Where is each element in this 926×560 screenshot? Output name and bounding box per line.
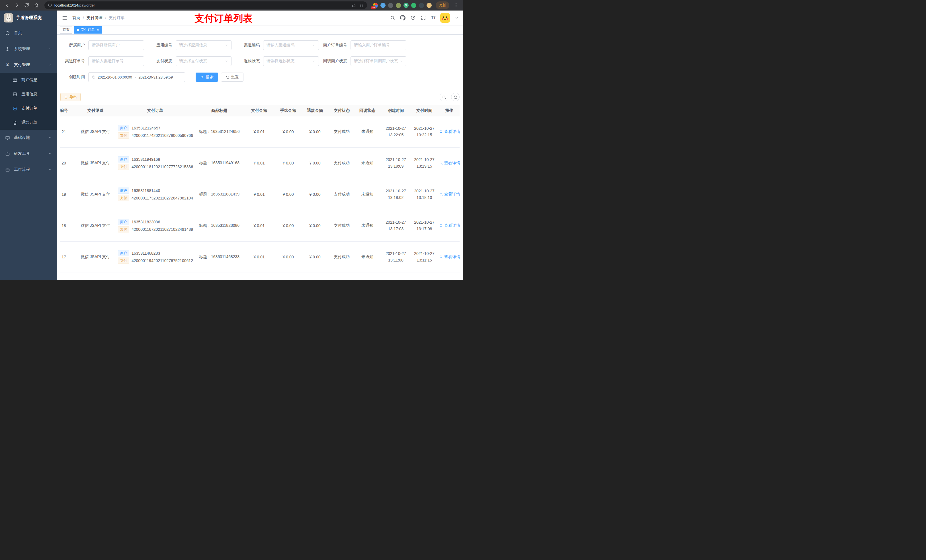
help-button[interactable] (410, 15, 416, 21)
fullscreen-button[interactable] (421, 15, 426, 21)
sidebar-item-label: 应用信息 (21, 92, 37, 97)
pay-tag: 支付 (118, 132, 129, 139)
pay-tag: 支付 (118, 164, 129, 170)
filter-field-channel-order-no: 渠道订单号请输入渠道订单号 (61, 56, 144, 66)
app-no-select[interactable]: 请选择应用信息 (176, 41, 232, 50)
share-icon[interactable] (352, 3, 356, 8)
apps-extension-icon[interactable]: 10 (373, 3, 378, 8)
user-avatar[interactable] (440, 13, 450, 23)
chevup-icon (48, 63, 52, 66)
home-button[interactable] (32, 1, 41, 10)
search-icon (442, 95, 446, 99)
channel-code-select[interactable]: 请输入渠道编码 (263, 41, 319, 50)
drop-extension-icon[interactable] (380, 3, 386, 8)
channel-order-no-input[interactable]: 请输入渠道订单号 (88, 56, 144, 66)
sidebar-item-pay-order[interactable]: 支付订单 (0, 101, 57, 116)
fee-cell (276, 273, 300, 280)
sidebar-item-label: 退款订单 (21, 120, 37, 125)
app-title: 芋道管理系统 (16, 15, 42, 21)
chat-extension-icon[interactable] (411, 3, 416, 8)
breadcrumb-pay-manage[interactable]: 支付管理 (86, 15, 103, 21)
chevron-down-icon (312, 59, 316, 63)
chevron-down-icon (399, 59, 403, 63)
merchant-tag: 商户 (118, 187, 129, 194)
sidebar-item-workflow[interactable]: 工作流程 (0, 162, 57, 178)
filter-row: 创建时间2021-10-01 00:00:00-2021-10-31 23:59… (61, 72, 460, 82)
pay-tag: 支付 (118, 226, 129, 232)
placeholder-text: 请输入商户订单编号 (354, 43, 390, 48)
globe-extension-icon[interactable] (388, 3, 393, 8)
update-button[interactable]: 更新 (436, 2, 449, 9)
logo-avatar (4, 14, 13, 23)
back-button[interactable] (3, 1, 11, 10)
action-cell: 查看详情 (438, 116, 460, 147)
tab-close-icon[interactable]: × (97, 28, 99, 32)
channel-order-no: 4200001181202110277723215336 (132, 165, 193, 169)
pay-time-cell: 2021-10-2713:11:15 (411, 241, 438, 273)
pay-status-select[interactable]: 请选择支付状态 (176, 56, 232, 66)
create-time-cell: 2021-10-2713:11:08 (381, 241, 411, 273)
olive-extension-icon[interactable] (396, 3, 401, 8)
order-id-cell: 20 (61, 147, 77, 179)
export-button[interactable]: 导出 (61, 93, 80, 101)
url-text: localhost:1024/pay/order (54, 3, 350, 8)
sidebar-item-pay-manage[interactable]: ¥支付管理 (0, 57, 57, 73)
order-id-cell: 18 (61, 210, 77, 241)
refund-status-select[interactable]: 请选择退款状态 (263, 56, 319, 66)
vue-devtools-extension-icon[interactable]: V (404, 3, 409, 8)
forward-button[interactable] (12, 1, 21, 10)
search-button[interactable] (390, 15, 395, 21)
tab-pay-order[interactable]: 支付订单 × (74, 26, 102, 33)
refresh-button[interactable] (451, 93, 460, 101)
notify-status-select[interactable]: 请选择订单回调商户状态 (351, 56, 406, 66)
sidebar-item-system[interactable]: 系统管理 (0, 41, 57, 57)
action-cell: 查看详情 (438, 241, 460, 273)
refund-cell: ¥ 0.00 (300, 179, 330, 210)
search-toggle-button[interactable] (440, 93, 448, 101)
menu-dots-icon (453, 3, 459, 8)
gear-icon (5, 47, 10, 51)
merchant-order-no-input[interactable]: 请输入商户订单编号 (351, 41, 406, 50)
sidebar-item-infrastructure[interactable]: 基础设施 (0, 130, 57, 146)
tab-home[interactable]: 首页 (60, 26, 72, 33)
reset-button[interactable]: 重置 (221, 72, 244, 82)
view-detail-link[interactable]: 查看详情 (439, 129, 460, 134)
amount-cell: ¥ 0.01 (242, 147, 276, 179)
pay-tag: 支付 (118, 195, 129, 201)
fee-cell: ¥ 0.00 (276, 241, 300, 273)
monkey-extension-icon[interactable] (427, 3, 432, 8)
breadcrumb-home[interactable]: 首页 (72, 15, 80, 21)
sidebar-item-refund-order[interactable]: 退款订单 (0, 116, 57, 130)
sidebar-item-app-info[interactable]: 应用信息 (0, 87, 57, 101)
pay-channel-cell: 微信 JSAPI 支付 (77, 179, 114, 210)
view-detail-link[interactable]: 查看详情 (439, 223, 460, 228)
fullscreen-icon (421, 15, 426, 21)
bookmark-icon[interactable] (359, 3, 364, 8)
sidebar-item-dev-tools[interactable]: 研发工具 (0, 146, 57, 162)
url-bar[interactable]: localhost:1024/pay/order (44, 2, 367, 9)
site-info-icon[interactable] (48, 3, 52, 8)
font-size-button[interactable]: TT (431, 16, 436, 20)
fee-cell: ¥ 0.00 (276, 116, 300, 147)
browser-menu-button[interactable] (452, 1, 460, 10)
create-time-range-input[interactable]: 2021-10-01 00:00:00-2021-10-31 23:59:59 (88, 72, 185, 82)
pin-extension-icon[interactable] (419, 3, 424, 8)
sidebar-item-merchant-info[interactable]: 商户信息 (0, 73, 57, 87)
filter-field-create-time: 创建时间2021-10-01 00:00:00-2021-10-31 23:59… (61, 72, 185, 82)
search-submit-button[interactable]: 搜索 (196, 72, 218, 82)
github-button[interactable] (400, 15, 406, 21)
order-id-cell (61, 273, 77, 280)
sidebar-toggle-button[interactable] (61, 14, 68, 22)
search-icon (390, 15, 395, 21)
view-detail-link[interactable]: 查看详情 (439, 160, 460, 166)
sidebar-item-home[interactable]: 首页 (0, 25, 57, 41)
owner-merchant-input[interactable]: 请选择所属商户 (88, 41, 144, 50)
reload-button[interactable] (22, 1, 31, 10)
table-column-header: 支付时间 (411, 105, 438, 116)
pay-order-cell: 商户1635312124657支付42000011742021102780605… (114, 116, 197, 147)
channel-order-no: 4200001173202110272847982104 (132, 196, 193, 200)
merchant-order-no: 1635312124657 (132, 126, 160, 130)
user-menu-caret[interactable] (455, 16, 458, 20)
view-detail-link[interactable]: 查看详情 (439, 192, 460, 197)
view-detail-link[interactable]: 查看详情 (439, 254, 460, 260)
